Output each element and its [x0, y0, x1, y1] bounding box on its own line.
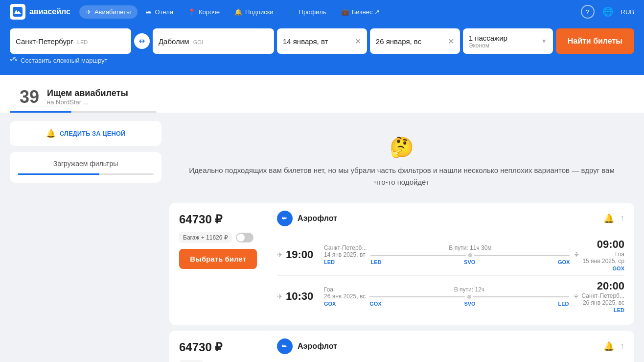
date-from-field[interactable]: 14 января, вт ✕ — [277, 28, 367, 54]
ticket-price-1: 64730 ₽ — [179, 213, 257, 226]
ticket-baggage-2: Багаж — [179, 360, 257, 362]
price-alert-button[interactable]: 🔔 СЛЕДИТЬ ЗА ЦЕНОЙ — [18, 129, 154, 138]
airline-logo-2 — [277, 338, 293, 354]
no-results-text: Идеально подходящих вам билетов нет, но … — [189, 165, 615, 188]
arr-date-2: 26 янв 2025, вс — [582, 299, 624, 306]
stop-dot-1 — [468, 253, 472, 257]
select-button-1[interactable]: Выбрать билет — [179, 249, 257, 269]
header-right: ? 🌐 RUB — [581, 5, 634, 19]
airline-header-1: Аэрофлот 🔔 ↑ — [277, 211, 624, 226]
search-subtitle: на NordStar ... — [47, 98, 128, 106]
stop-code-arr-1: GOX — [558, 259, 570, 265]
arr-date-1: 15 янв 2025, ср — [582, 258, 624, 265]
alert-icon-2[interactable]: 🔔 — [603, 341, 614, 352]
price-alert-label: СЛЕДИТЬ ЗА ЦЕНОЙ — [60, 130, 126, 137]
search-status-bar: 39 Ищем авиабилеты на NordStar ... — [0, 75, 644, 113]
ticket-left-2: 64730 ₽ Багаж — [169, 331, 267, 362]
search-status: 39 Ищем авиабилеты на NordStar ... — [10, 81, 634, 107]
chevron-down-icon: ▼ — [541, 38, 547, 45]
search-button[interactable]: Найти билеты — [556, 28, 634, 54]
nav-tab-profile[interactable]: 👤 Профиль — [281, 5, 333, 19]
share-icon-2[interactable]: ↑ — [620, 341, 624, 352]
dep-city-1: Санкт-Петерб... — [324, 244, 367, 251]
hotel-icon: 🛏 — [145, 8, 152, 16]
date-to-value: 26 января, вс — [376, 37, 444, 46]
search-bar: Санкт-Петербург LED Даболим GOI 14 я — [0, 24, 644, 75]
person-icon: 👤 — [288, 8, 296, 16]
flight-line-1 — [370, 253, 570, 257]
airline-actions-2: 🔔 ↑ — [603, 341, 624, 352]
dest-field[interactable]: Даболим GOI — [153, 28, 274, 54]
currency-label[interactable]: RUB — [621, 8, 634, 16]
search-row: Санкт-Петербург LED Даболим GOI 14 я — [10, 28, 634, 54]
filters-card: Загружаем фильтры — [10, 152, 161, 183]
svg-point-2 — [13, 57, 15, 59]
arr-time-1: 09:00 — [582, 238, 624, 251]
nav-tab-business[interactable]: 💼 Бизнес ↗ — [334, 5, 387, 19]
no-results-message: 🤔 Идеально подходящих вам билетов нет, н… — [169, 121, 634, 203]
baggage-label-1: Багаж + 11626 ₽ — [179, 232, 232, 243]
nav-tab-hotels[interactable]: 🛏 Отели — [138, 5, 180, 19]
briefcase-icon: 💼 — [341, 8, 349, 16]
ticket-right-2: Аэрофлот 🔔 ↑ — [267, 331, 634, 362]
flight-segment-return-1: ✈ 10:30 Гоа 26 янв 2025, вс GOX В пути: … — [277, 275, 624, 317]
duration-1: В пути: 11ч 30м — [449, 244, 491, 251]
dep-info-2: Гоа 26 янв 2025, вс GOX — [324, 286, 366, 307]
flight-line-2 — [369, 295, 569, 299]
date-to-field[interactable]: 26 января, вс ✕ — [370, 28, 460, 54]
help-button[interactable]: ? — [581, 5, 595, 19]
origin-field[interactable]: Санкт-Петербург LED — [10, 28, 131, 54]
language-icon[interactable]: 🌐 — [602, 6, 613, 17]
clear-date-from-button[interactable]: ✕ — [355, 37, 361, 46]
nav-tabs: ✈ Авиабилеты 🛏 Отели 📍 Короче 🔔 Подписки… — [79, 5, 387, 19]
route-icon — [10, 56, 18, 65]
stop-codes-2: GOX SVO LED — [369, 301, 569, 307]
arr-code-2: LED — [582, 307, 624, 313]
arr-info-2: 20:00 Санкт-Петерб... 26 янв 2025, вс LE… — [582, 280, 624, 313]
arr-city-2: Санкт-Петерб... — [582, 292, 624, 299]
location-icon: 📍 — [188, 8, 196, 16]
ticket-price-2: 64730 ₽ — [179, 340, 257, 354]
logo-text: авиасейлс — [29, 7, 70, 16]
svg-point-3 — [16, 59, 17, 61]
passengers-field[interactable]: 1 пассажир Эконом ▼ — [463, 28, 553, 54]
stop-code-mid-2: SVO — [464, 301, 475, 307]
nav-tab-subscriptions[interactable]: 🔔 Подписки — [228, 5, 280, 19]
nav-tab-flights[interactable]: ✈ Авиабилеты — [79, 5, 138, 19]
complex-route-label: Составить сложный маршрут — [21, 57, 107, 64]
dep-code-2: GOX — [324, 301, 366, 307]
bell-icon: 🔔 — [234, 8, 242, 16]
stop-dot-2 — [467, 295, 471, 299]
content: 🔔 СЛЕДИТЬ ЗА ЦЕНОЙ Загружаем фильтры 🤔 И… — [0, 113, 644, 362]
alert-icon-1[interactable]: 🔔 — [603, 213, 614, 224]
nav-tab-short[interactable]: 📍 Короче — [181, 5, 227, 19]
takeoff-icon-1: ✈ — [277, 251, 283, 259]
svg-rect-0 — [13, 7, 23, 17]
date-from-value: 14 января, вт — [283, 37, 351, 46]
sidebar: 🔔 СЛЕДИТЬ ЗА ЦЕНОЙ Загружаем фильтры — [10, 121, 161, 362]
baggage-label-2: Багаж — [179, 360, 203, 362]
main-results: 🤔 Идеально подходящих вам билетов нет, н… — [169, 121, 634, 362]
stop-code-dep-2: GOX — [369, 301, 381, 307]
baggage-toggle-1[interactable] — [236, 233, 253, 242]
plane-icon: ✈ — [86, 8, 92, 16]
airline-name-2: Аэрофлот — [298, 342, 337, 351]
ticket-card-2: 64730 ₽ Багаж Аэрофлот — [169, 331, 634, 362]
airline-header-2: Аэрофлот 🔔 ↑ — [277, 338, 624, 354]
logo[interactable]: авиасейлс — [10, 4, 70, 20]
takeoff-icon-2: ✈ — [277, 292, 283, 300]
line-seg-3 — [369, 296, 465, 297]
stop-code-mid-1: SVO — [464, 259, 475, 265]
header: авиасейлс ✈ Авиабилеты 🛏 Отели 📍 Короче … — [0, 0, 644, 24]
dep-date-1: 14 янв 2025, вт — [324, 251, 367, 258]
complex-route-link[interactable]: Составить сложный маршрут — [10, 54, 634, 67]
airline-info-2: Аэрофлот — [277, 338, 337, 354]
line-seg-1 — [370, 255, 466, 256]
dep-code-1: LED — [324, 259, 367, 265]
dep-city-2: Гоа — [324, 286, 366, 293]
swap-button[interactable] — [134, 33, 150, 49]
flight-segment-outbound-1: ✈ 19:00 Санкт-Петерб... 14 янв 2025, вт … — [277, 234, 624, 275]
share-icon-1[interactable]: ↑ — [620, 213, 624, 224]
stop-code-dep-1: LED — [370, 259, 381, 265]
clear-date-to-button[interactable]: ✕ — [448, 37, 454, 46]
